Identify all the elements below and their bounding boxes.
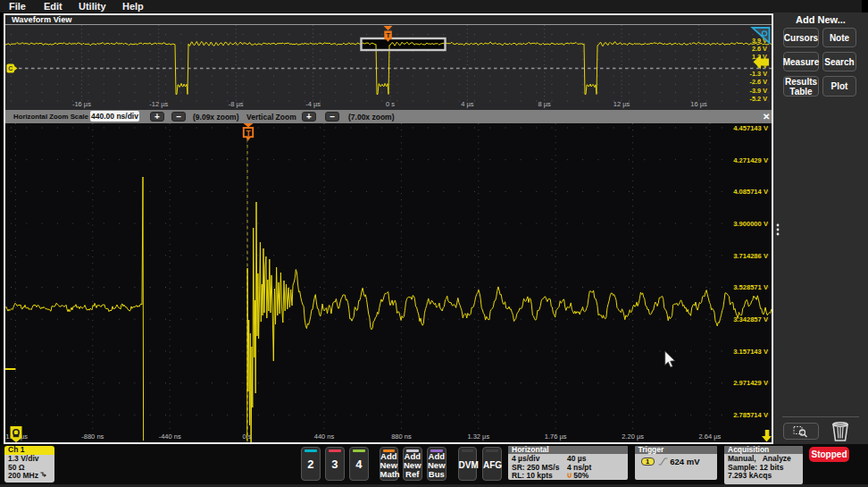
svg-text:-880 ns: -880 ns (81, 432, 104, 441)
svg-text:-1.3 V: -1.3 V (750, 70, 768, 78)
svg-text:2.6 V: 2.6 V (752, 45, 767, 53)
svg-text:T: T (246, 129, 251, 138)
svg-text:-16 µs: -16 µs (72, 100, 91, 108)
svg-text:3.714286 V: 3.714286 V (733, 252, 769, 260)
svg-text:1.32 µs: 1.32 µs (467, 432, 489, 441)
svg-text:2.785714 V: 2.785714 V (733, 411, 769, 419)
svg-text:2.20 µs: 2.20 µs (622, 432, 644, 441)
svg-text:8 µs: 8 µs (538, 100, 552, 108)
svg-text:-12 µs: -12 µs (149, 100, 168, 108)
svg-text:3.157143 V: 3.157143 V (733, 348, 769, 356)
svg-text:0 s: 0 s (243, 432, 252, 441)
svg-text:-8 µs: -8 µs (229, 100, 244, 108)
svg-text:-2.6 V: -2.6 V (750, 78, 768, 86)
svg-text:440 ns: 440 ns (314, 432, 335, 441)
svg-text:T: T (386, 31, 390, 39)
svg-text:3.528571 V: 3.528571 V (733, 283, 769, 291)
svg-text:12 µs: 12 µs (613, 100, 630, 108)
svg-text:-3.9 V: -3.9 V (750, 87, 768, 95)
svg-text:4 µs: 4 µs (461, 100, 474, 108)
svg-text:2.64 µs: 2.64 µs (699, 432, 722, 441)
svg-text:3.900000 V: 3.900000 V (733, 220, 769, 228)
svg-text:16 µs: 16 µs (690, 100, 707, 108)
svg-text:-5.2 V: -5.2 V (750, 95, 768, 103)
svg-text:2.971429 V: 2.971429 V (733, 379, 769, 387)
svg-text:4.085714 V: 4.085714 V (733, 188, 769, 196)
svg-text:0 s: 0 s (386, 100, 395, 108)
svg-text:4.271429 V: 4.271429 V (733, 156, 769, 164)
svg-text:1.76 µs: 1.76 µs (545, 432, 567, 441)
svg-text:880 ns: 880 ns (391, 432, 412, 441)
svg-text:C: C (8, 65, 13, 71)
svg-text:4.457143 V: 4.457143 V (733, 124, 769, 132)
svg-text:-4 µs: -4 µs (305, 100, 321, 108)
svg-text:3.342857 V: 3.342857 V (733, 315, 769, 323)
svg-text:-440 ns: -440 ns (159, 432, 181, 441)
